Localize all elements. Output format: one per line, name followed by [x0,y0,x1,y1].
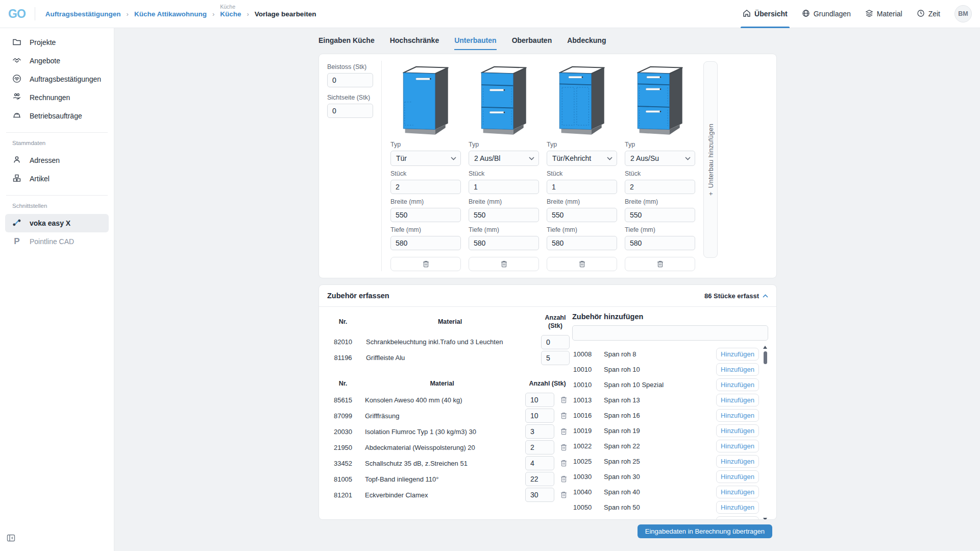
hinzufuegen-button[interactable]: Hinzufügen [716,378,759,391]
topnav-zeit[interactable]: Zeit [917,0,940,28]
table-row: 33452 Schallschutz 35 dB, z.Streichen 51 [327,456,570,471]
hardhat-icon [12,111,21,122]
topnav-grundlagen[interactable]: Grundlagen [802,0,851,28]
submit-calculation-button[interactable]: Eingabedaten in Berechnung übertragen [638,524,772,538]
stueck-input[interactable] [625,180,695,194]
anzahl-input[interactable] [541,351,570,365]
hinzufuegen-button[interactable]: Hinzufügen [716,486,759,498]
add-unterbau-button[interactable]: + Unterbau hinzufügen [703,61,718,258]
chevron-up-icon [763,294,768,298]
typ-select[interactable]: 2 Aus/Su [625,151,695,166]
tab-oberbauten[interactable]: Oberbauten [512,36,552,50]
anzahl-input[interactable] [525,440,554,454]
sichtseite-input[interactable] [327,104,373,118]
tiefe-input[interactable] [625,236,695,250]
typ-select[interactable]: Tür/Kehricht [547,151,617,166]
breadcrumb-kueche-attikawohnung[interactable]: Küche Attikawohnung [134,10,207,18]
delete-cabinet-button[interactable] [625,257,695,271]
hinzufuegen-button[interactable] [716,516,759,520]
stueck-input[interactable] [469,180,539,194]
zubehoer-collapse-toggle[interactable]: 86 Stücke erfasst [704,292,768,300]
layers-icon [865,9,873,19]
catalog-scrollbar[interactable] [763,346,768,520]
sidebar-item-artikel[interactable]: Artikel [0,170,114,188]
topnav-material[interactable]: Material [865,0,902,28]
boxes-icon [12,174,21,184]
breadcrumb-auftragsbestaetigungen[interactable]: Auftragsbestätigungen [45,10,121,18]
anzahl-input[interactable] [525,472,554,486]
tab-hochschraenke[interactable]: Hochschränke [390,36,439,50]
hinzufuegen-button[interactable]: Hinzufügen [716,409,759,422]
anzahl-input[interactable] [525,424,554,439]
delete-row-button[interactable] [557,475,570,483]
scroll-thumb[interactable] [764,351,767,364]
breite-input[interactable] [390,208,461,222]
delete-row-button[interactable] [557,460,570,467]
delete-row-button[interactable] [557,491,570,498]
anzahl-input[interactable] [525,393,554,407]
breite-input[interactable] [469,208,539,222]
breite-input[interactable] [547,208,617,222]
sidebar-item-projekte[interactable]: Projekte [0,33,114,52]
list-item: 10010 Span roh 10 Hinzufügen [572,362,759,377]
hinzufuegen-button[interactable]: Hinzufügen [716,440,759,452]
hinzufuegen-button[interactable]: Hinzufügen [716,470,759,483]
delete-row-button[interactable] [557,428,570,435]
sidebar-collapse-icon[interactable] [7,534,15,544]
table-row: 20030 Isolation Flumroc Typ 1 (30 kg/m3)… [327,424,570,440]
table-row: 85615 Konsolen Aweso 400 mm (40 kg) [327,392,570,408]
plus-icon: + [707,191,715,196]
typ-select[interactable]: 2 Aus/Bl [469,151,539,166]
topnav-uebersicht[interactable]: Übersicht [743,0,788,28]
table-row: 81196 Griffleiste Alu [327,350,570,366]
hinzufuegen-button[interactable]: Hinzufügen [716,348,759,361]
hinzufuegen-button[interactable]: Hinzufügen [716,363,759,376]
hinzufuegen-button[interactable]: Hinzufügen [716,394,759,406]
stueck-input[interactable] [390,180,461,194]
hinzufuegen-button[interactable]: Hinzufügen [716,455,759,468]
anzahl-input[interactable] [525,409,554,423]
trash-icon [560,412,567,419]
sidebar-item-auftragsbestaetigungen[interactable]: Auftragsbestätigungen [0,70,114,88]
clock-icon [917,9,925,19]
stueck-input[interactable] [547,180,617,194]
delete-cabinet-button[interactable] [390,257,461,271]
list-item: 10008 Span roh 8 Hinzufügen [572,346,759,362]
trash-icon [657,260,664,268]
app-logo[interactable]: GO [8,7,26,21]
delete-row-button[interactable] [557,412,570,419]
trash-icon [560,444,567,451]
breadcrumb-kueche[interactable]: Küche [220,10,241,18]
scroll-down-icon[interactable] [763,518,767,520]
sidebar-divider [6,195,108,196]
user-avatar[interactable]: BM [954,5,972,22]
tiefe-input[interactable] [390,236,461,250]
anzahl-input[interactable] [525,456,554,470]
tiefe-input[interactable] [547,236,617,250]
breite-input[interactable] [625,208,695,222]
beistoss-input[interactable] [327,73,373,87]
anzahl-input[interactable] [525,488,554,502]
delete-cabinet-button[interactable] [469,257,539,271]
delete-cabinet-button[interactable] [547,257,617,271]
sidebar-item-adressen[interactable]: Adressen [0,151,114,170]
typ-select[interactable]: Tür [390,151,461,166]
sidebar-item-pointline-cad[interactable]: P Pointline CAD [0,232,114,251]
sidebar-item-betriebsauftraege[interactable]: Betriebsaufträge [0,107,114,125]
sidebar-item-angebote[interactable]: Angebote [0,52,114,70]
sidebar-item-voka-easy-x[interactable]: voka easy X [5,214,109,232]
beistoss-label: Beistoss (Stk) [327,63,378,70]
tab-abdeckung[interactable]: Abdeckung [567,36,606,50]
delete-row-button[interactable] [557,396,570,403]
delete-row-button[interactable] [557,444,570,451]
scroll-up-icon[interactable] [763,346,767,349]
anzahl-input[interactable] [541,335,570,349]
hinzufuegen-button[interactable]: Hinzufügen [716,424,759,437]
tab-eingaben-kueche[interactable]: Eingaben Küche [318,36,375,50]
tiefe-input[interactable] [469,236,539,250]
tab-unterbauten[interactable]: Unterbauten [454,36,496,50]
hinzufuegen-button[interactable]: Hinzufügen [716,501,759,514]
breadcrumb-current-page: Vorlage bearbeiten [255,10,316,18]
zubehoer-search-input[interactable] [572,325,768,341]
sidebar-item-rechnungen[interactable]: Rechnungen [0,88,114,107]
